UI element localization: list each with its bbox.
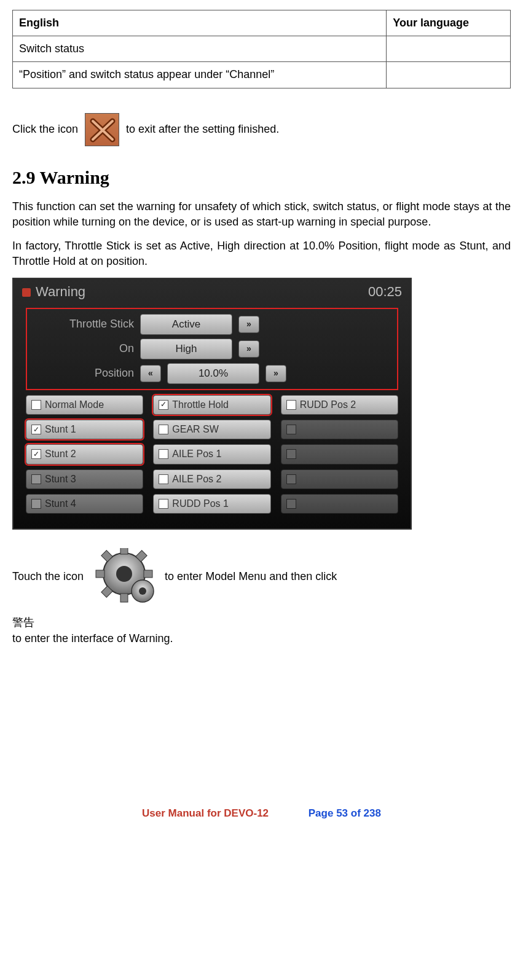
cell-position-channel: “Position” and switch status appear unde… (13, 62, 387, 88)
mode-option[interactable]: Stunt 2 (26, 444, 143, 464)
svg-point-11 (139, 587, 146, 595)
text: to enter the interface of Warning. (12, 632, 173, 645)
gear-icon (90, 548, 158, 606)
mode-option[interactable]: Throttle Hold (153, 395, 270, 415)
cell-blank (387, 62, 511, 88)
th-yourlang: Your language (387, 10, 511, 36)
checkbox-icon[interactable] (159, 400, 168, 410)
record-icon (22, 288, 31, 297)
checkbox-icon[interactable] (159, 499, 168, 509)
mode-option[interactable]: Stunt 3 (26, 469, 143, 489)
svg-point-9 (116, 566, 132, 582)
cell-blank (387, 36, 511, 62)
prev-icon[interactable]: « (140, 365, 161, 382)
svg-rect-3 (96, 570, 104, 578)
svg-rect-4 (144, 570, 152, 578)
next-icon[interactable]: » (238, 340, 259, 358)
mode-option[interactable]: GEAR SW (153, 420, 270, 439)
warning-siren-icon (345, 551, 394, 603)
warn-icon-label: 警告 (12, 615, 511, 630)
svg-rect-1 (120, 548, 128, 554)
screen-title: Warning (36, 283, 85, 302)
mode-option-label: GEAR SW (172, 423, 219, 436)
text: to exit after the setting finished. (126, 122, 279, 135)
mode-option-label: Stunt 3 (45, 472, 76, 486)
mode-option[interactable] (281, 469, 398, 489)
mode-option-label: Throttle Hold (172, 398, 229, 412)
mode-option[interactable]: AILE Pos 2 (153, 469, 270, 489)
checkbox-icon[interactable] (286, 425, 296, 434)
page-footer: User Manual for DEVO-12 Page 53 of 238 (12, 806, 511, 821)
text: to enter Model Menu and then click (165, 571, 340, 583)
footer-page: Page 53 of 238 (309, 807, 381, 819)
warning-description-2: In factory, Throttle Stick is set as Act… (12, 238, 511, 269)
table-row: Switch status (13, 36, 511, 62)
touch-paragraph: Touch the icon (12, 548, 511, 606)
checkbox-icon[interactable] (286, 499, 296, 509)
on-value[interactable]: High (140, 339, 232, 359)
throttle-stick-value[interactable]: Active (140, 314, 232, 335)
checkbox-icon[interactable] (286, 449, 296, 459)
svg-rect-2 (120, 594, 128, 602)
mode-option[interactable]: RUDD Pos 2 (281, 395, 398, 415)
text: Click the icon (12, 122, 78, 135)
mode-option[interactable] (281, 420, 398, 439)
checkbox-icon[interactable] (286, 400, 296, 410)
checkbox-icon[interactable] (31, 449, 41, 459)
mode-option-label: Normal Mode (45, 398, 104, 412)
checkbox-icon[interactable] (286, 474, 296, 484)
highlighted-controls: Throttle Stick Active » On High » Positi… (26, 308, 398, 390)
position-value[interactable]: 10.0% (167, 363, 259, 384)
checkbox-icon[interactable] (31, 425, 41, 434)
mode-option[interactable]: RUDD Pos 1 (153, 494, 270, 514)
checkbox-icon[interactable] (159, 449, 168, 459)
on-label: On (29, 341, 134, 356)
mode-option-label: Stunt 1 (45, 423, 76, 436)
table-row: “Position” and switch status appear unde… (13, 62, 511, 88)
throttle-stick-label: Throttle Stick (29, 316, 134, 332)
mode-option-label: RUDD Pos 2 (300, 398, 356, 412)
mode-option[interactable]: AILE Pos 1 (153, 444, 270, 464)
next-icon[interactable]: » (238, 316, 259, 333)
section-heading: 2.9 Warning (12, 165, 511, 190)
mode-option-label: AILE Pos 2 (172, 472, 221, 486)
mode-option-label: Stunt 2 (45, 447, 76, 461)
text: Touch the icon (12, 571, 87, 583)
mode-option-label: RUDD Pos 1 (172, 497, 229, 511)
cell-switch-status: Switch status (13, 36, 387, 62)
mode-option[interactable] (281, 444, 398, 464)
checkbox-icon[interactable] (31, 400, 41, 410)
click-exit-paragraph: Click the icon to exit after the setting… (12, 113, 511, 146)
screen-header: Warning 00:25 (14, 279, 411, 305)
translation-table: English Your language Switch status “Pos… (12, 10, 511, 88)
checkbox-icon[interactable] (159, 425, 168, 434)
mode-grid: Normal ModeThrottle HoldRUDD Pos 2Stunt … (14, 390, 411, 522)
position-label: Position (29, 366, 134, 381)
screen-time: 00:25 (368, 283, 402, 302)
checkbox-icon[interactable] (31, 474, 41, 484)
mode-option[interactable]: Normal Mode (26, 395, 143, 415)
mode-option[interactable] (281, 494, 398, 514)
warning-description-1: This function can set the warning for un… (12, 199, 511, 230)
checkbox-icon[interactable] (159, 474, 168, 484)
mode-option[interactable]: Stunt 1 (26, 420, 143, 439)
th-english: English (13, 10, 387, 36)
checkbox-icon[interactable] (31, 499, 41, 509)
mode-option-label: AILE Pos 1 (172, 447, 221, 461)
mode-option-label: Stunt 4 (45, 497, 76, 511)
mode-option[interactable]: Stunt 4 (26, 494, 143, 514)
exit-icon (85, 113, 119, 146)
warning-screen-photo: Warning 00:25 Throttle Stick Active » On… (12, 278, 412, 530)
footer-title: User Manual for DEVO-12 (142, 807, 269, 819)
next-icon[interactable]: » (265, 365, 286, 382)
